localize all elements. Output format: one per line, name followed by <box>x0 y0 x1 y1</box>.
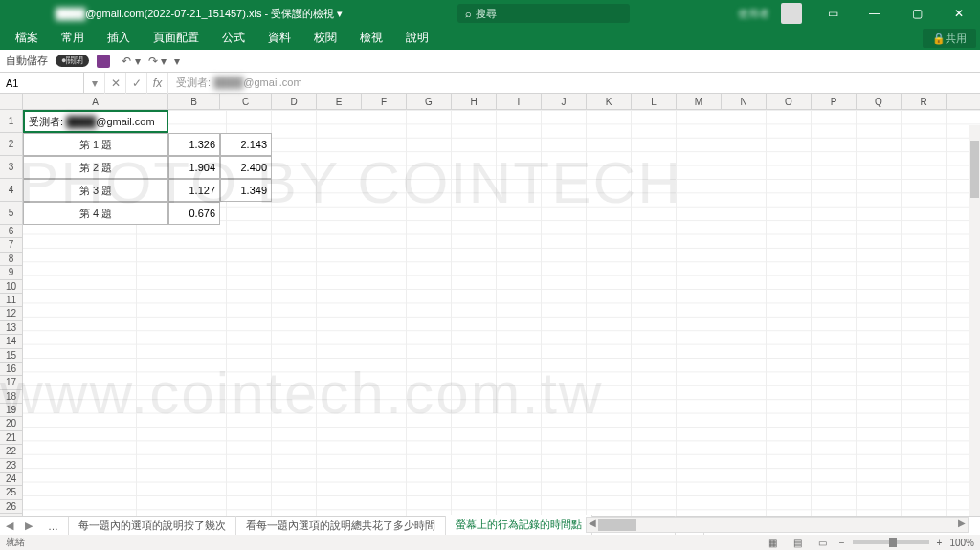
view-page-break-icon[interactable]: ▭ <box>814 537 832 549</box>
name-box[interactable]: A1 <box>0 73 84 94</box>
row-2[interactable]: 2 <box>0 133 23 156</box>
cell-B5[interactable]: 0.676 <box>168 202 220 225</box>
col-R[interactable]: R <box>902 94 947 109</box>
sheet-tab-3[interactable]: 螢幕上的行為記錄的時間點 <box>446 515 592 537</box>
scrollbar-thumb[interactable] <box>970 141 979 198</box>
close-icon[interactable]: ✕ <box>938 0 980 27</box>
row-6[interactable]: 6 <box>0 225 23 238</box>
maximize-icon[interactable]: ▢ <box>896 0 938 27</box>
undo-button[interactable]: ↶ ▾ <box>122 55 140 68</box>
grid[interactable]: 1 2 3 4 5 6 7 8 9 10 11 12 13 14 15 16 1… <box>0 110 980 523</box>
row-15[interactable]: 15 <box>0 349 23 363</box>
cell-C2[interactable]: 2.143 <box>220 133 272 156</box>
row-11[interactable]: 11 <box>0 294 23 307</box>
row-21[interactable]: 21 <box>0 431 23 445</box>
redo-button[interactable]: ↷ ▾ <box>148 55 167 68</box>
row-13[interactable]: 13 <box>0 321 23 335</box>
view-page-layout-icon[interactable]: ▤ <box>790 537 807 549</box>
col-N[interactable]: N <box>722 94 767 109</box>
row-12[interactable]: 12 <box>0 307 23 320</box>
row-4[interactable]: 4 <box>0 179 23 202</box>
hscroll-right-icon[interactable]: ▶ <box>958 517 966 528</box>
row-20[interactable]: 20 <box>0 417 23 430</box>
name-box-dropdown-icon[interactable]: ▾ <box>84 73 105 94</box>
cancel-formula-icon[interactable]: ✕ <box>105 73 126 94</box>
tab-formulas[interactable]: 公式 <box>211 26 256 50</box>
vertical-scrollbar[interactable] <box>969 125 980 516</box>
col-G[interactable]: G <box>407 94 452 109</box>
row-10[interactable]: 10 <box>0 280 23 294</box>
formula-text[interactable]: 受測者: ████@gmail.com <box>168 76 302 90</box>
tab-file[interactable]: 檔案 <box>4 26 50 50</box>
hscroll-left-icon[interactable]: ◀ <box>589 517 596 528</box>
view-normal-icon[interactable]: ▦ <box>765 537 782 549</box>
col-P[interactable]: P <box>812 94 857 109</box>
sheet-tab-2[interactable]: 看每一題內選項的說明總共花了多少時間 <box>236 516 446 536</box>
col-I[interactable]: I <box>497 94 542 109</box>
ribbon-display-icon[interactable]: ▭ <box>812 0 854 27</box>
cell-A5[interactable]: 第 4 題 <box>23 202 168 225</box>
tab-home[interactable]: 常用 <box>50 26 96 50</box>
row-9[interactable]: 9 <box>0 266 23 279</box>
row-16[interactable]: 16 <box>0 363 23 376</box>
row-23[interactable]: 23 <box>0 459 23 473</box>
cell-C4[interactable]: 1.349 <box>220 179 272 202</box>
zoom-slider[interactable] <box>853 540 929 544</box>
row-22[interactable]: 22 <box>0 445 23 458</box>
row-17[interactable]: 17 <box>0 376 23 389</box>
row-19[interactable]: 19 <box>0 404 23 417</box>
horizontal-scrollbar[interactable]: ◀ ▶ <box>586 517 969 533</box>
col-O[interactable]: O <box>767 94 812 109</box>
col-A[interactable]: A <box>23 94 168 109</box>
fx-icon[interactable]: fx <box>147 73 168 94</box>
col-B[interactable]: B <box>168 94 220 109</box>
select-all-corner[interactable] <box>0 94 23 109</box>
row-5[interactable]: 5 <box>0 202 23 225</box>
row-26[interactable]: 26 <box>0 500 23 514</box>
tab-help[interactable]: 說明 <box>394 26 440 50</box>
sheet-tab-1[interactable]: 每一題內的選項的說明按了幾次 <box>69 516 236 536</box>
cell-A3[interactable]: 第 2 題 <box>23 156 168 179</box>
col-D[interactable]: D <box>272 94 317 109</box>
tab-data[interactable]: 資料 <box>256 26 302 50</box>
col-H[interactable]: H <box>452 94 497 109</box>
row-14[interactable]: 14 <box>0 335 23 348</box>
row-24[interactable]: 24 <box>0 473 23 486</box>
cell-C3[interactable]: 2.400 <box>220 156 272 179</box>
cell-A2[interactable]: 第 1 題 <box>23 133 168 156</box>
confirm-formula-icon[interactable]: ✓ <box>126 73 147 94</box>
cell-A4[interactable]: 第 3 題 <box>23 179 168 202</box>
avatar[interactable] <box>781 3 802 24</box>
hscrollbar-thumb[interactable] <box>598 519 636 531</box>
row-18[interactable]: 18 <box>0 390 23 404</box>
zoom-in-button[interactable]: + <box>937 538 943 548</box>
row-8[interactable]: 8 <box>0 253 23 266</box>
minimize-icon[interactable]: — <box>854 0 896 27</box>
sheet-nav-next-icon[interactable]: ▶ <box>25 519 33 532</box>
cell-A1[interactable]: 受測者: ████@gmail.com <box>23 110 168 133</box>
row-25[interactable]: 25 <box>0 486 23 499</box>
qat-dropdown[interactable]: ▾ <box>174 55 180 68</box>
autosave-toggle[interactable]: ●關閉 <box>56 55 89 67</box>
search-box[interactable]: ⌕ <box>457 4 630 23</box>
cell-B4[interactable]: 1.127 <box>168 179 220 202</box>
tab-layout[interactable]: 頁面配置 <box>142 26 211 50</box>
zoom-level[interactable]: 100% <box>949 538 974 548</box>
tab-review[interactable]: 校閱 <box>302 26 348 50</box>
col-L[interactable]: L <box>632 94 677 109</box>
col-C[interactable]: C <box>220 94 272 109</box>
col-E[interactable]: E <box>317 94 362 109</box>
col-F[interactable]: F <box>362 94 407 109</box>
col-J[interactable]: J <box>542 94 587 109</box>
tab-insert[interactable]: 插入 <box>96 26 142 50</box>
tab-view[interactable]: 檢視 <box>348 26 394 50</box>
search-input[interactable] <box>476 8 622 19</box>
cell-B2[interactable]: 1.326 <box>168 133 220 156</box>
col-M[interactable]: M <box>677 94 722 109</box>
cell-B3[interactable]: 1.904 <box>168 156 220 179</box>
row-3[interactable]: 3 <box>0 156 23 179</box>
col-K[interactable]: K <box>587 94 632 109</box>
col-Q[interactable]: Q <box>857 94 902 109</box>
sheet-nav-prev-icon[interactable]: ◀ <box>6 519 13 532</box>
zoom-out-button[interactable]: − <box>839 538 845 548</box>
